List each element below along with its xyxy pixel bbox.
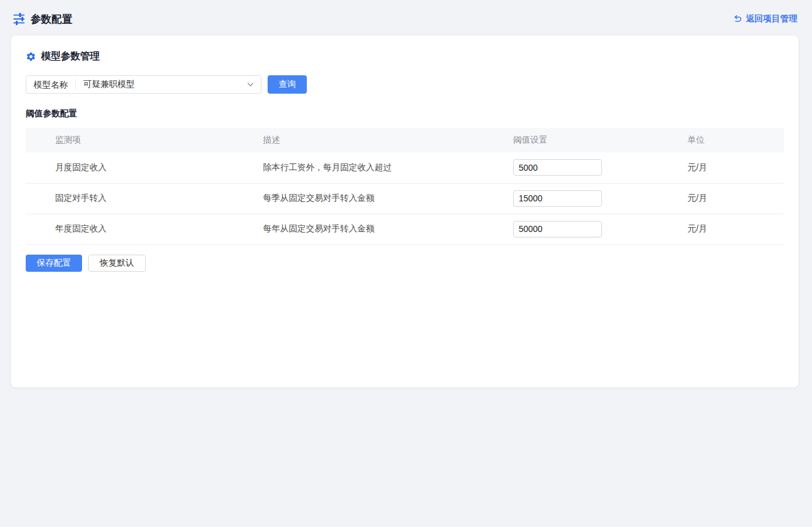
query-button[interactable]: 查询: [268, 75, 307, 94]
column-header-unit: 单位: [678, 128, 784, 152]
table-row: 年度固定收入 每年从固定交易对手转入金额 元/月: [26, 214, 784, 244]
column-header-desc: 描述: [253, 128, 503, 152]
page-header: 参数配置 返回项目管理: [0, 0, 812, 34]
chevron-down-icon: [246, 80, 255, 89]
column-header-threshold: 阈值设置: [503, 128, 678, 152]
row-item-label: 月度固定收入: [26, 152, 253, 183]
row-unit-label: 元/月: [678, 152, 784, 183]
back-link-label: 返回项目管理: [746, 13, 797, 24]
threshold-input[interactable]: [513, 221, 602, 237]
model-name-value: 可疑兼职模型: [76, 79, 246, 90]
back-to-projects-link[interactable]: 返回项目管理: [733, 13, 797, 24]
column-header-item: 监测项: [26, 128, 253, 152]
row-unit-label: 元/月: [678, 183, 784, 214]
model-name-label: 模型名称: [26, 79, 76, 90]
gear-icon: [26, 51, 36, 62]
threshold-input[interactable]: [513, 190, 602, 207]
panel-title: 模型参数管理: [41, 50, 100, 63]
row-item-label: 年度固定收入: [26, 214, 253, 244]
row-desc-label: 除本行工资外，每月固定收入超过: [253, 152, 503, 183]
row-item-label: 固定对手转入: [26, 183, 253, 214]
row-desc-label: 每季从固定交易对手转入金额: [253, 183, 503, 214]
sliders-icon: [12, 12, 26, 26]
row-desc-label: 每年从固定交易对手转入金额: [253, 214, 503, 244]
model-parameter-card: 模型参数管理 模型名称 可疑兼职模型 查询 阈值参数配置 监测项 描述 阈值设置…: [11, 36, 799, 387]
table-row: 月度固定收入 除本行工资外，每月固定收入超过 元/月: [26, 152, 784, 183]
row-unit-label: 元/月: [678, 214, 784, 244]
save-config-button[interactable]: 保存配置: [26, 255, 82, 272]
undo-arrow-icon: [733, 15, 742, 24]
threshold-table: 监测项 描述 阈值设置 单位 月度固定收入 除本行工资外，每月固定收入超过 元/…: [26, 128, 784, 245]
restore-default-button[interactable]: 恢复默认: [88, 255, 146, 272]
threshold-input[interactable]: [513, 159, 602, 176]
model-name-select[interactable]: 模型名称 可疑兼职模型: [26, 75, 261, 94]
page-title: 参数配置: [31, 12, 72, 26]
table-row: 固定对手转入 每季从固定交易对手转入金额 元/月: [26, 183, 784, 214]
table-header-row: 监测项 描述 阈值设置 单位: [26, 128, 784, 152]
threshold-section-title: 阈值参数配置: [26, 108, 784, 119]
